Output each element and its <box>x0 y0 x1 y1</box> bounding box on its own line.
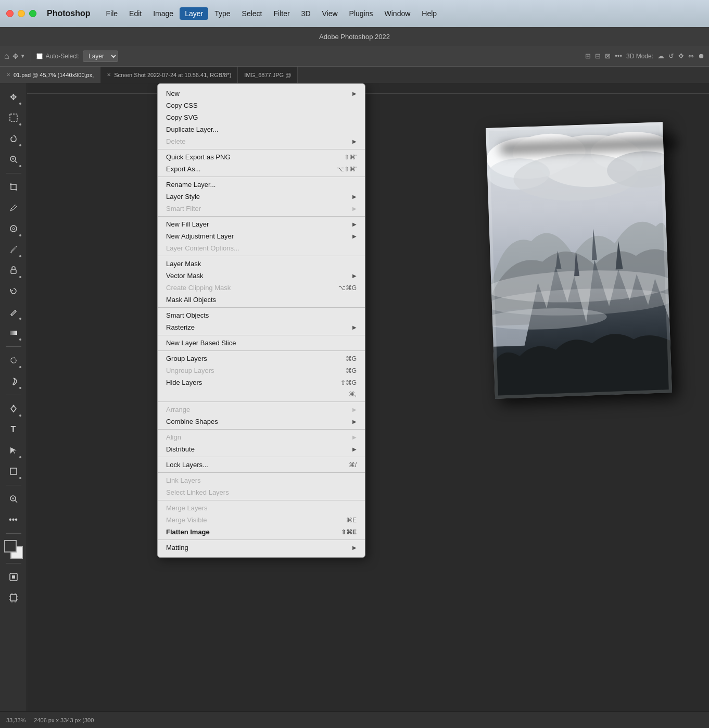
menu-3d[interactable]: 3D <box>296 7 316 20</box>
menu-item-matting[interactable]: Matting ▶ <box>158 542 365 554</box>
menu-item-export-as[interactable]: Export As... ⌥⇧⌘' <box>158 163 365 175</box>
menu-edit[interactable]: Edit <box>124 7 147 20</box>
move-tool-btn[interactable]: ✥ <box>4 87 23 106</box>
shape-btn[interactable] <box>4 462 23 481</box>
menu-item-smart-objects[interactable]: Smart Objects <box>158 309 365 321</box>
3d-icon-4[interactable]: ⇔ <box>688 52 694 60</box>
menu-help[interactable]: Help <box>416 7 442 20</box>
stamp-btn[interactable] <box>4 261 23 280</box>
menu-view[interactable]: View <box>317 7 343 20</box>
menu-item-copy-css[interactable]: Copy CSS <box>158 99 365 111</box>
zoom-button[interactable] <box>29 10 36 17</box>
eyedropper-btn[interactable] <box>4 198 23 217</box>
crop-tool-btn[interactable] <box>4 178 23 196</box>
marquee-tool-btn[interactable] <box>4 108 23 127</box>
menu-item-merge-layers[interactable]: Merge Layers <box>158 502 365 514</box>
heal-btn[interactable] <box>4 219 23 238</box>
home-icon[interactable]: ⌂ <box>4 52 9 61</box>
dodge-btn[interactable] <box>4 372 23 391</box>
auto-select-dropdown[interactable]: Layer Group <box>83 51 118 62</box>
blur-btn[interactable] <box>4 351 23 370</box>
menu-item-vector-mask[interactable]: Vector Mask ▶ <box>158 270 365 282</box>
menu-type[interactable]: Type <box>209 7 235 20</box>
menu-item-align[interactable]: Align ▶ <box>158 431 365 443</box>
tab-close-2[interactable]: ✕ <box>107 72 111 78</box>
menu-item-flatten[interactable]: Flatten Image ⇧⌘E <box>158 526 365 538</box>
path-select-btn[interactable] <box>4 441 23 460</box>
menu-item-new[interactable]: New ▶ <box>158 87 365 99</box>
menu-item-rasterize[interactable]: Rasterize ▶ <box>158 321 365 333</box>
more-icon[interactable]: ••• <box>615 52 622 60</box>
tool-separator-5 <box>6 533 21 534</box>
menu-item-layer-style[interactable]: Layer Style ▶ <box>158 191 365 203</box>
menu-item-copy-svg[interactable]: Copy SVG <box>158 111 365 123</box>
menu-item-smart-filter[interactable]: Smart Filter ▶ <box>158 203 365 215</box>
mask-btn[interactable] <box>4 568 23 586</box>
tab-01psd[interactable]: ✕ 01.psd @ 45,7% (1440x900,px, <box>0 67 100 83</box>
menu-file[interactable]: File <box>101 7 123 20</box>
more-tools-btn[interactable]: ••• <box>4 510 23 529</box>
main-layout: ✥ <box>0 83 709 711</box>
gradient-btn[interactable] <box>4 323 23 342</box>
menu-select[interactable]: Select <box>237 7 268 20</box>
menu-item-merge-visible[interactable]: Merge Visible ⌘E <box>158 514 365 526</box>
menu-item-combine-shapes[interactable]: Combine Shapes ▶ <box>158 416 365 428</box>
close-button[interactable] <box>6 10 14 17</box>
history-btn[interactable] <box>4 282 23 300</box>
menu-item-mask-all[interactable]: Mask All Objects <box>158 294 365 306</box>
3d-icon-2[interactable]: ↺ <box>668 52 674 60</box>
menu-filter[interactable]: Filter <box>268 7 295 20</box>
menu-item-distribute[interactable]: Distribute ▶ <box>158 443 365 455</box>
menu-item-duplicate[interactable]: Duplicate Layer... <box>158 123 365 135</box>
menu-item-select-linked[interactable]: Select Linked Layers <box>158 486 365 498</box>
menu-layer[interactable]: Layer <box>180 7 208 20</box>
artboard-btn[interactable] <box>4 588 23 607</box>
submenu-arrow-delete: ▶ <box>352 139 357 144</box>
brush-btn[interactable] <box>4 240 23 259</box>
eraser-btn[interactable] <box>4 303 23 321</box>
align-icon-2[interactable]: ⊟ <box>595 52 601 60</box>
menu-item-comma[interactable]: ⌘, <box>158 388 365 400</box>
menu-window[interactable]: Window <box>379 7 416 20</box>
menu-item-arrange[interactable]: Arrange ▶ <box>158 404 365 416</box>
foreground-color[interactable] <box>4 540 17 553</box>
quick-select-btn[interactable] <box>4 150 23 169</box>
tab-close-1[interactable]: ✕ <box>6 72 10 78</box>
tab-screenshot[interactable]: ✕ Screen Shot 2022-07-24 at 10.56.41, RG… <box>100 67 238 83</box>
menu-item-layer-content[interactable]: Layer Content Options... <box>158 242 365 254</box>
menu-item-clipping-mask[interactable]: Create Clipping Mask ⌥⌘G <box>158 282 365 294</box>
menu-item-delete[interactable]: Delete ▶ <box>158 135 365 147</box>
menu-section-5: Layer Mask Vector Mask ▶ Create Clipping… <box>158 256 365 308</box>
menu-item-hide-layers[interactable]: Hide Layers ⇧⌘G <box>158 376 365 388</box>
align-icon-1[interactable]: ⊞ <box>585 52 591 60</box>
lasso-tool-btn[interactable] <box>4 129 23 148</box>
tab-img6877[interactable]: IMG_6877.JPG @ <box>238 67 298 83</box>
menu-item-quick-export[interactable]: Quick Export as PNG ⇧⌘' <box>158 151 365 163</box>
menu-item-new-adjustment[interactable]: New Adjustment Layer ▶ <box>158 230 365 242</box>
move-tool[interactable]: ✥ ▼ <box>12 52 26 60</box>
text-btn[interactable]: T <box>4 420 23 439</box>
menu-item-new-slice[interactable]: New Layer Based Slice <box>158 337 365 349</box>
3d-icon-3[interactable]: ✥ <box>678 52 684 60</box>
traffic-lights <box>6 10 36 17</box>
3d-icon-5[interactable]: ⏺ <box>698 52 705 60</box>
menu-item-layer-mask[interactable]: Layer Mask <box>158 258 365 270</box>
minimize-button[interactable] <box>18 10 25 17</box>
menu-plugins[interactable]: Plugins <box>344 7 378 20</box>
pen-btn[interactable] <box>4 399 23 418</box>
zoom-btn[interactable] <box>4 489 23 508</box>
auto-select-label: Auto-Select: <box>46 53 80 60</box>
distribute-arrow: ▶ <box>352 446 357 452</box>
menu-item-lock-layers[interactable]: Lock Layers... ⌘/ <box>158 459 365 471</box>
menu-item-new-fill[interactable]: New Fill Layer ▶ <box>158 218 365 230</box>
menu-item-ungroup-layers[interactable]: Ungroup Layers ⌘G <box>158 365 365 376</box>
3d-icon-1[interactable]: ☁ <box>657 52 664 60</box>
align-icon-3[interactable]: ⊠ <box>605 52 611 60</box>
layer-style-arrow: ▶ <box>352 194 357 199</box>
menu-item-link-layers[interactable]: Link Layers <box>158 474 365 486</box>
menu-item-rename[interactable]: Rename Layer... <box>158 179 365 191</box>
auto-select-checkbox[interactable] <box>36 53 43 59</box>
menu-image[interactable]: Image <box>148 7 179 20</box>
menu-item-group-layers[interactable]: Group Layers ⌘G <box>158 353 365 365</box>
color-swatches[interactable] <box>4 540 23 559</box>
